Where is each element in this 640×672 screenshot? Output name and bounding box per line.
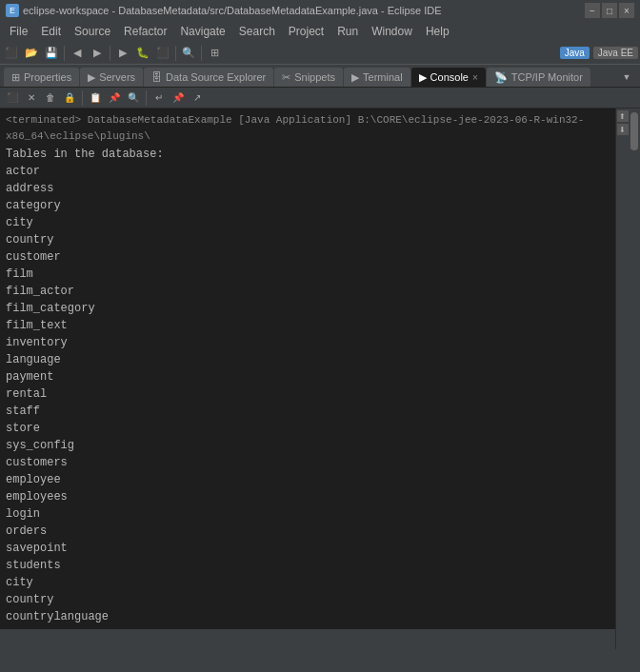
list-item: actor	[6, 163, 610, 180]
list-item: orders	[6, 523, 610, 540]
java-badge[interactable]: Java	[560, 47, 590, 59]
list-item: Tables in the database:	[6, 146, 610, 163]
list-item: rental	[6, 385, 610, 403]
console-copy-btn[interactable]: 📋	[87, 89, 104, 107]
tab-servers[interactable]: ▶ Servers	[80, 68, 143, 87]
list-item: film_actor	[6, 283, 610, 300]
menu-bar: File Edit Source Refactor Navigate Searc…	[0, 21, 640, 42]
list-item: language	[6, 351, 610, 368]
tab-snippets[interactable]: ✂ Snippets	[274, 68, 343, 87]
console-sep-2	[146, 90, 147, 106]
list-item: city	[6, 574, 610, 591]
menu-window[interactable]: Window	[366, 23, 418, 40]
console-scroll-lock-btn[interactable]: 🔒	[61, 89, 78, 107]
app-icon: E	[6, 4, 19, 17]
sidebar-top-icon[interactable]: ⬆	[617, 110, 629, 122]
tab-console[interactable]: ▶ Console ×	[411, 68, 486, 87]
menu-project[interactable]: Project	[283, 23, 330, 40]
window-controls: − □ ×	[585, 3, 634, 18]
toolbar-sep-3	[175, 46, 176, 61]
scrollbar-thumb[interactable]	[630, 112, 638, 150]
list-item: inventory	[6, 334, 610, 351]
console-area: <terminated> DatabaseMetadataExample [Ja…	[0, 109, 615, 629]
menu-source[interactable]: Source	[69, 23, 116, 40]
console-clear-btn[interactable]: 🗑	[42, 89, 59, 107]
close-button[interactable]: ×	[619, 3, 634, 18]
menu-search[interactable]: Search	[233, 23, 281, 40]
maximize-button[interactable]: □	[602, 3, 617, 18]
list-item: store	[6, 420, 610, 437]
view-menu-button[interactable]: ▼	[617, 68, 636, 87]
toolbar-search[interactable]: 🔍	[179, 44, 198, 63]
console-output: <terminated> DatabaseMetadataExample [Ja…	[0, 109, 615, 649]
toolbar-open[interactable]: 📂	[22, 44, 41, 63]
console-open-btn[interactable]: ↗	[189, 89, 206, 107]
menu-edit[interactable]: Edit	[35, 23, 67, 40]
title-bar: E eclipse-workspace - DatabaseMetadata/s…	[0, 0, 640, 21]
properties-tab-icon: ⊞	[11, 71, 20, 84]
vertical-scrollbar[interactable]	[629, 109, 640, 649]
list-item: film	[6, 266, 610, 283]
sidebar-bottom-icon[interactable]: ⬇	[617, 124, 629, 135]
tab-data-source-explorer[interactable]: 🗄 Data Source Explorer	[144, 68, 273, 87]
toolbar-debug[interactable]: 🐛	[133, 44, 152, 63]
tcpip-label: TCP/IP Monitor	[511, 71, 583, 83]
toolbar-new[interactable]: ⬛	[2, 44, 21, 63]
tab-bar: ⊞ Properties ▶ Servers 🗄 Data Source Exp…	[0, 65, 640, 88]
menu-file[interactable]: File	[4, 23, 33, 40]
menu-navigate[interactable]: Navigate	[174, 23, 230, 40]
console-remove-btn[interactable]: ✕	[23, 89, 40, 107]
tab-terminal[interactable]: ▶ Terminal	[344, 68, 410, 87]
console-terminate-btn[interactable]: ⬛	[4, 89, 21, 107]
list-item: customers	[6, 454, 610, 471]
menu-run[interactable]: Run	[331, 23, 364, 40]
java-ee-badge[interactable]: Java EE	[593, 47, 638, 59]
toolbar-sep-2	[110, 46, 110, 61]
list-item: countrylanguage	[6, 608, 610, 625]
toolbar-forward[interactable]: ▶	[88, 44, 107, 63]
list-item: address	[6, 180, 610, 197]
list-item: film_category	[6, 300, 610, 317]
window-title: eclipse-workspace - DatabaseMetadata/src…	[23, 5, 442, 16]
data-source-icon: 🗄	[151, 71, 162, 83]
list-item: employee	[6, 471, 610, 488]
list-item: film_text	[6, 317, 610, 334]
data-source-label: Data Source Explorer	[166, 71, 266, 83]
console-paste-btn[interactable]: 📌	[106, 89, 123, 107]
menu-refactor[interactable]: Refactor	[118, 23, 172, 40]
console-pin-btn[interactable]: 📌	[170, 89, 187, 107]
main-toolbar: ⬛ 📂 💾 ◀ ▶ ▶ 🐛 ⬛ 🔍 ⊞ Java Java EE	[0, 42, 640, 65]
toolbar-run[interactable]: ▶	[113, 44, 132, 63]
console-toolbar: ⬛ ✕ 🗑 🔒 📋 📌 🔍 ↵ 📌 ↗	[0, 88, 640, 109]
main-content: ⊞ Properties ▶ Servers 🗄 Data Source Exp…	[0, 65, 640, 649]
toolbar-sep-1	[64, 46, 65, 61]
console-header: <terminated> DatabaseMetadataExample [Ja…	[6, 112, 610, 144]
list-item: payment	[6, 368, 610, 385]
console-lines: Tables in the database:actoraddresscateg…	[6, 146, 610, 625]
toolbar-back[interactable]: ◀	[68, 44, 87, 63]
toolbar-save[interactable]: 💾	[42, 44, 61, 63]
toolbar-stop[interactable]: ⬛	[153, 44, 172, 63]
terminal-icon: ▶	[351, 71, 359, 84]
tab-tcpip-monitor[interactable]: 📡 TCP/IP Monitor	[487, 68, 590, 87]
console-filter-btn[interactable]: 🔍	[125, 89, 142, 107]
toolbar-perspective[interactable]: ⊞	[205, 44, 224, 63]
servers-tab-icon: ▶	[88, 71, 95, 84]
console-tab-close[interactable]: ×	[472, 72, 478, 83]
list-item: savepoint	[6, 540, 610, 557]
tab-properties[interactable]: ⊞ Properties	[4, 68, 79, 87]
servers-tab-label: Servers	[99, 71, 135, 83]
list-item: country	[6, 591, 610, 608]
list-item: sys_config	[6, 437, 610, 454]
console-word-wrap-btn[interactable]: ↵	[150, 89, 168, 107]
console-wrapper: <terminated> DatabaseMetadataExample [Ja…	[0, 109, 640, 649]
list-item: category	[6, 197, 610, 214]
menu-help[interactable]: Help	[420, 23, 455, 40]
minimize-button[interactable]: −	[585, 3, 600, 18]
list-item: staff	[6, 403, 610, 420]
properties-tab-label: Properties	[24, 71, 71, 83]
terminal-label: Terminal	[363, 71, 403, 83]
list-item: city	[6, 214, 610, 231]
list-item: students	[6, 557, 610, 574]
snippets-icon: ✂	[282, 71, 290, 84]
